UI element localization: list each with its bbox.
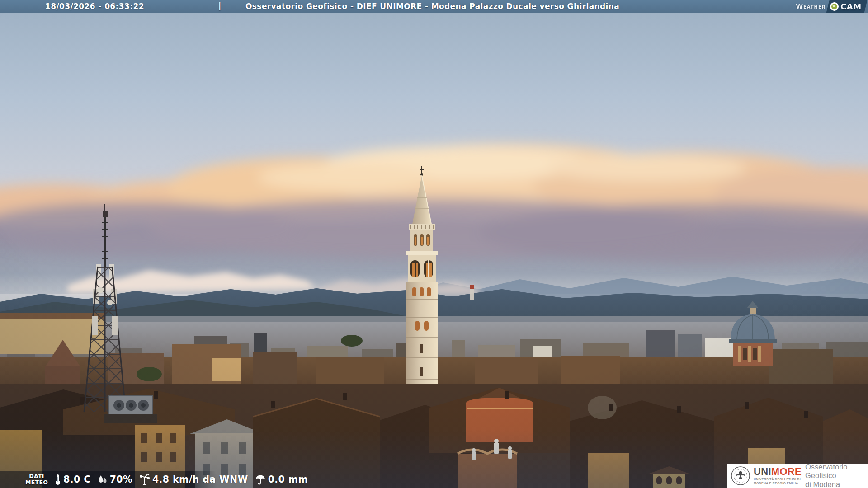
separator: | <box>218 1 222 10</box>
meteo-label: DATI METEO <box>25 473 48 486</box>
rain-item: 0.0 mm <box>255 474 308 485</box>
unimore-logo-more: MORE <box>771 466 802 477</box>
meteo-label-line1: DATI <box>25 473 48 479</box>
wind-value: 4.8 km/h da WNW <box>152 474 248 485</box>
anemometer-icon <box>139 474 150 485</box>
observatory-name-line1: Osservatorio Geofisico <box>805 463 868 480</box>
temperature-value: 8.0 C <box>63 474 91 485</box>
humidity-value: 70% <box>110 474 132 485</box>
webcam-title: Osservatorio Geofisico - DIEF UNIMORE - … <box>245 2 619 11</box>
vignette <box>0 0 868 488</box>
weathercam-logo: Weather CAM <box>796 0 866 12</box>
unimore-crest-icon <box>731 466 750 486</box>
weathercam-logo-panel: CAM <box>826 0 867 13</box>
meteo-label-line2: METEO <box>25 479 48 486</box>
webcam-screenshot: 18/03/2026 - 06:33:22 | Osservatorio Geo… <box>0 0 868 488</box>
unimore-sub-line1: UNIVERSITÀ DEGLI STUDI DI <box>754 478 802 481</box>
datetime-text: 18/03/2026 - 06:33:22 <box>45 2 144 11</box>
weathercam-logo-text-weather: Weather <box>796 3 826 10</box>
rain-value: 0.0 mm <box>268 474 308 485</box>
meteo-data-bar: DATI METEO 8.0 C 70% <box>0 471 216 488</box>
observatory-name: Osservatorio Geofisico di Modena <box>805 463 868 488</box>
weathercam-logo-text-cam: CAM <box>840 2 862 11</box>
thermometer-icon <box>55 474 61 485</box>
unimore-sub-line2: MODENA E REGGIO EMILIA <box>754 482 802 485</box>
city-panorama-photo <box>0 0 868 488</box>
humidity-item: 70% <box>98 474 132 485</box>
observatory-name-line2: di Modena <box>805 480 868 488</box>
unimore-branding-box: UNIMORE UNIVERSITÀ DEGLI STUDI DI MODENA… <box>727 464 868 488</box>
unimore-logo: UNIMORE UNIVERSITÀ DEGLI STUDI DI MODENA… <box>754 467 802 485</box>
top-info-bar: 18/03/2026 - 06:33:22 | Osservatorio Geo… <box>0 0 868 13</box>
water-drops-icon <box>98 474 108 485</box>
camera-lens-dot-icon <box>830 2 839 11</box>
unimore-logo-uni: UNI <box>754 466 771 477</box>
umbrella-icon <box>255 474 266 485</box>
wind-item: 4.8 km/h da WNW <box>139 474 248 485</box>
temperature-item: 8.0 C <box>55 474 91 485</box>
